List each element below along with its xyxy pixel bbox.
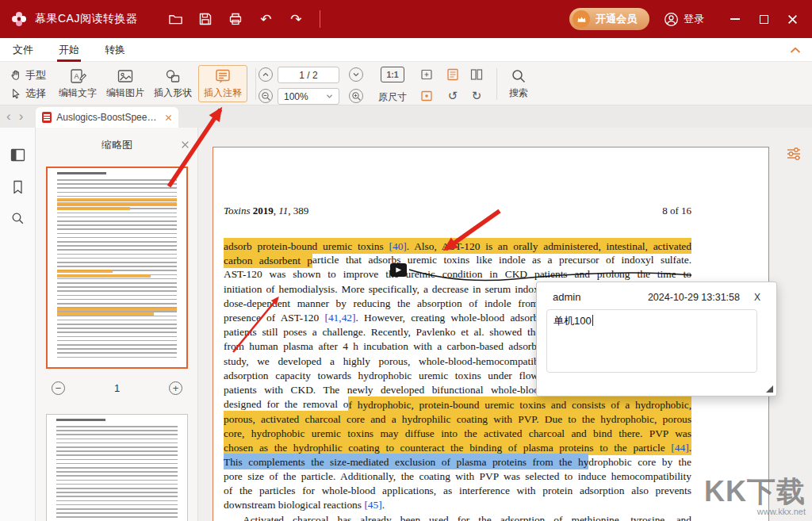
- thumbnail-text-lines: [57, 179, 177, 358]
- document-tab[interactable]: Auslogics-BoostSpeed-...: [36, 107, 178, 128]
- thumbnail-highlight: [57, 207, 130, 210]
- actual-size-button[interactable]: 1:1: [381, 67, 404, 82]
- search-label: 搜索: [509, 86, 528, 100]
- select-tool-button[interactable]: 选择: [10, 86, 46, 101]
- citation-link[interactable]: [40]: [389, 238, 406, 254]
- annotation-author: admin: [553, 291, 580, 303]
- ribbon-toolbar: 手型 选择 A 编辑文字 编辑图片 插入形状 插入注释 1 / 2: [0, 62, 812, 105]
- search-panel-button[interactable]: [10, 210, 26, 227]
- fit-width-button[interactable]: [419, 89, 434, 103]
- edit-image-label: 编辑图片: [106, 86, 144, 100]
- thumbnail-title-line: [56, 419, 105, 421]
- annotation-popup-header: admin 2024-10-29 13:31:58 X: [537, 282, 776, 304]
- thumbnail-zoom-out-button[interactable]: −: [52, 381, 65, 395]
- citation-link[interactable]: [41,42]: [324, 312, 355, 324]
- tab-scroll-left-button[interactable]: ‹: [0, 105, 17, 128]
- hand-tool-button[interactable]: 手型: [10, 68, 46, 82]
- document-text-line: Activated charcoal has already been used…: [224, 513, 691, 521]
- hand-tool-label: 手型: [25, 68, 46, 82]
- zoom-level-value: 100%: [284, 91, 308, 102]
- citation-link[interactable]: [44]: [671, 439, 688, 455]
- minimize-button[interactable]: [725, 9, 745, 29]
- zoom-in-icon: [351, 91, 362, 102]
- menu-tab-home[interactable]: 开始: [46, 38, 92, 62]
- rotate-left-button[interactable]: ↺: [446, 88, 460, 102]
- fit-page-button[interactable]: [419, 67, 434, 82]
- single-page-view-button[interactable]: [446, 67, 460, 82]
- menu-tab-convert[interactable]: 转换: [92, 38, 138, 62]
- document-text-line: of the particles for whole-blood applica…: [224, 484, 691, 498]
- page-number-input[interactable]: 1 / 2: [278, 67, 339, 83]
- redo-button[interactable]: ↷: [286, 10, 305, 29]
- insert-shape-label: 插入形状: [154, 86, 192, 100]
- chevron-down-icon: [352, 71, 360, 79]
- document-tab-label: Auslogics-BoostSpeed-...: [56, 112, 160, 123]
- document-text-line: downstream biological reactions [45].: [224, 498, 691, 512]
- login-button[interactable]: 登录: [664, 12, 704, 27]
- view-settings-button[interactable]: [785, 145, 802, 163]
- page-count-header: 8 of 16: [662, 205, 691, 217]
- thumbnail-page-number: 1: [114, 382, 120, 394]
- open-file-button[interactable]: [166, 10, 185, 29]
- chevron-up-icon: [790, 46, 801, 54]
- thumbnail-panel: 缩略图 − 1 +: [36, 128, 198, 521]
- bookmarks-panel-button[interactable]: [10, 178, 26, 195]
- actual-size-label: 原尺寸: [374, 90, 411, 104]
- undo-button[interactable]: ↶: [256, 10, 275, 29]
- open-membership-button[interactable]: 开通会员: [569, 8, 649, 30]
- redo-icon: ↷: [290, 13, 301, 26]
- chevron-down-icon: [326, 94, 333, 99]
- titlebar-separator: [320, 10, 320, 28]
- thumbnail-zoom-in-button[interactable]: +: [169, 381, 182, 395]
- tab-scroll-right-button[interactable]: ›: [17, 105, 30, 128]
- print-button[interactable]: [226, 10, 245, 29]
- insert-annotation-button[interactable]: 插入注释: [198, 65, 247, 102]
- fit-width-icon: [420, 90, 433, 102]
- thumbnail-panel-title: 缩略图: [102, 138, 132, 152]
- thumbnail-highlight: [57, 198, 177, 201]
- search-icon: [511, 68, 527, 84]
- thumbnail-panel-button[interactable]: [10, 147, 26, 163]
- next-page-button[interactable]: [349, 67, 363, 82]
- collapse-ribbon-button[interactable]: [790, 46, 801, 54]
- page-header: Toxins 2019, 11, 389 8 of 16: [224, 205, 691, 217]
- search-button[interactable]: 搜索: [501, 65, 536, 102]
- annotation-marker[interactable]: [390, 263, 407, 277]
- user-icon: [664, 12, 679, 27]
- tab-close-button[interactable]: [165, 114, 172, 121]
- annotation-close-button[interactable]: X: [749, 290, 765, 304]
- ribbon-separator: [496, 68, 497, 100]
- two-page-view-button[interactable]: [469, 67, 484, 82]
- maximize-button[interactable]: [753, 9, 774, 29]
- bookmark-icon: [12, 180, 24, 194]
- app-window: 幕果CAJ阅读转换器 ↶ ↷ 开通会员 登录: [0, 0, 812, 521]
- thumbnail-highlight: [57, 274, 151, 278]
- annotation-content: 单机100: [553, 315, 592, 327]
- edit-text-button[interactable]: A 编辑文字: [56, 65, 100, 102]
- annotation-text-input[interactable]: 单机100: [546, 309, 757, 373]
- zoom-in-button[interactable]: [349, 89, 363, 103]
- folder-icon: [168, 12, 183, 26]
- rotate-right-button[interactable]: ↻: [469, 88, 484, 102]
- insert-shape-button[interactable]: 插入形状: [151, 65, 195, 102]
- document-text-line: pore size of the particle. Additionally,…: [224, 469, 691, 484]
- document-text-line: carbon adsorbent particle that adsorbs u…: [224, 253, 691, 267]
- select-tool-label: 选择: [25, 86, 46, 101]
- document-tab-bar: ‹ › Auslogics-BoostSpeed-...: [0, 105, 812, 128]
- save-button[interactable]: [196, 10, 215, 29]
- citation-link[interactable]: [45]: [364, 499, 381, 511]
- popup-resize-handle[interactable]: [766, 385, 773, 393]
- page-thumbnail-2[interactable]: [46, 414, 188, 521]
- single-page-icon: [446, 67, 460, 82]
- edit-image-button[interactable]: 编辑图片: [103, 65, 147, 102]
- previous-page-button[interactable]: [259, 67, 273, 82]
- zoom-level-select[interactable]: 100%: [278, 88, 339, 105]
- annotation-marker-icon: [394, 266, 403, 274]
- sliders-icon: [786, 146, 802, 162]
- thumbnail-panel-close-button[interactable]: [181, 140, 190, 149]
- crown-icon: [573, 10, 590, 28]
- page-thumbnail-1[interactable]: [46, 167, 188, 369]
- zoom-out-button[interactable]: [259, 89, 273, 103]
- menu-tab-file[interactable]: 文件: [0, 38, 46, 62]
- close-button[interactable]: [782, 9, 802, 29]
